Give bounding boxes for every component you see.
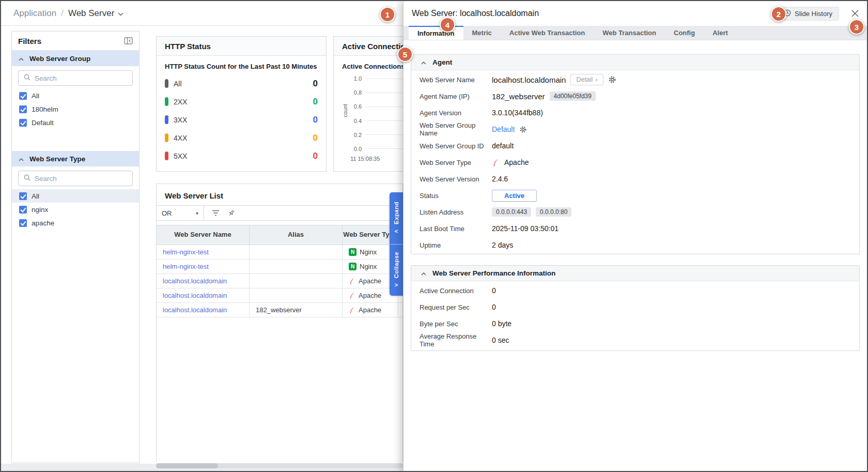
tab-config[interactable]: Config: [665, 26, 704, 40]
filter-search: [18, 171, 133, 186]
info-row-web-server-name: Web Server Name localhost.localdomain De…: [411, 71, 859, 88]
tab-active-web-transaction[interactable]: Active Web Transaction: [501, 26, 594, 40]
filter-option-apache[interactable]: apache: [12, 216, 139, 230]
filter-icon[interactable]: [212, 210, 220, 216]
y-tick: 0.6: [349, 103, 362, 110]
web-server-name-link[interactable]: helm-nginx-test: [157, 245, 250, 260]
apache-icon: [349, 307, 355, 313]
filter-option-label: 180helm: [32, 105, 58, 113]
checkbox-checked-icon[interactable]: [19, 105, 27, 113]
alias-cell: 182_webserver: [250, 303, 343, 317]
perf-value: 0 sec: [492, 336, 509, 344]
collapse-panel-icon[interactable]: [124, 37, 133, 44]
search-input[interactable]: [35, 175, 127, 182]
collapse-button[interactable]: Collapse >: [390, 245, 403, 296]
web-server-version-value: 2.4.6: [492, 175, 508, 183]
web-server-name-value: localhost.localdomain: [492, 75, 566, 84]
web-server-name-link[interactable]: localhost.localdomain: [157, 288, 250, 303]
chevron-right-icon: ›: [595, 76, 597, 83]
tab-information[interactable]: Information: [409, 26, 463, 40]
web-server-name-link[interactable]: helm-nginx-test: [157, 260, 250, 274]
info-row-listen-address: Listen Address 0.0.0.0:443 0.0.0.0:80: [411, 204, 859, 220]
filter-option-label: apache: [32, 219, 54, 227]
pin-icon[interactable]: [227, 209, 235, 217]
breadcrumb-application[interactable]: Application: [13, 8, 56, 19]
column-header-alias[interactable]: Alias: [250, 225, 343, 245]
apache-icon: [492, 159, 500, 166]
expand-button[interactable]: Expand <: [390, 192, 403, 245]
scrollbar-thumb[interactable]: [156, 463, 218, 468]
http-status-row-4xx: 4XX 0: [165, 129, 318, 147]
filter-option-180helm[interactable]: 180helm: [12, 102, 139, 116]
breadcrumb-separator: /: [61, 8, 64, 19]
annotation-badge-1: 1: [380, 7, 395, 22]
http-status-subtitle: HTTP Status Count for the Last Past 10 M…: [165, 63, 318, 70]
table-row: helm-nginx-test NNginx: [157, 260, 402, 274]
gear-icon[interactable]: [519, 126, 527, 133]
chevron-up-icon: [19, 55, 24, 63]
filter-option-label: All: [32, 92, 39, 100]
group-name-link[interactable]: Default: [492, 125, 515, 133]
web-server-list-toolbar: OR ▾: [157, 205, 402, 221]
filter-option-all[interactable]: All: [12, 89, 139, 102]
agent-id-chip: 4d00fe05fd39: [550, 92, 596, 101]
web-server-list-card: Web Server List OR ▾ Web Server Name Ali…: [156, 184, 403, 462]
filter-option-all[interactable]: All: [12, 189, 139, 203]
chevron-left-icon: <: [395, 228, 398, 234]
info-row-agent-name: Agent Name (IP) 182_webserver 4d00fe05fd…: [411, 88, 859, 104]
filter-group-web-server-type: Web Server Type All nginx apache: [12, 151, 139, 230]
agent-rows: Web Server Name localhost.localdomain De…: [411, 70, 859, 254]
agent-section-title: Agent: [432, 58, 452, 66]
app-window: Application / Web Server Filters Web Ser…: [0, 0, 868, 472]
search-icon: [24, 174, 30, 183]
close-icon[interactable]: [851, 10, 859, 17]
http-status-card: HTTP Status HTTP Status Count for the La…: [156, 36, 327, 172]
search-input[interactable]: [35, 74, 127, 82]
checkbox-checked-icon[interactable]: [19, 192, 27, 200]
tab-web-transaction[interactable]: Web Transaction: [594, 26, 665, 40]
status-pill-icon: [165, 79, 168, 88]
performance-section-header[interactable]: Web Server Performance Information: [411, 266, 859, 281]
breadcrumb-web-server[interactable]: Web Server: [68, 8, 123, 19]
agent-section-header[interactable]: Agent: [411, 55, 859, 70]
filter-group-header[interactable]: Web Server Type: [12, 151, 139, 166]
table-row: localhost.localdomain 182_webserver Apac…: [157, 303, 402, 317]
status-count: 0: [313, 115, 318, 125]
tab-metric[interactable]: Metric: [463, 26, 501, 40]
slide-history-button[interactable]: Slide History: [777, 7, 839, 21]
annotation-badge-2: 2: [771, 6, 786, 22]
column-header-name[interactable]: Web Server Name: [157, 225, 250, 245]
perf-row-average-response-time: Average Response Time 0 sec: [411, 332, 859, 348]
info-row-type: Web Server Type Apache: [411, 154, 859, 171]
filter-option-nginx[interactable]: nginx: [12, 203, 139, 216]
y-axis-label: count: [342, 104, 348, 117]
tab-alert[interactable]: Alert: [704, 26, 737, 40]
detail-button[interactable]: Detail›: [570, 74, 603, 85]
alias-cell: [250, 260, 343, 274]
nginx-icon: N: [349, 263, 357, 270]
chevron-up-icon: [421, 58, 426, 66]
filter-group-header[interactable]: Web Server Group: [12, 51, 139, 66]
checkbox-checked-icon[interactable]: [19, 92, 27, 100]
last-boot-time-value: 2025-11-09 03:50:01: [492, 224, 559, 233]
uptime-value: 2 days: [492, 241, 513, 249]
operator-select[interactable]: OR ▾: [157, 206, 204, 220]
filters-header: Filters: [12, 32, 139, 51]
status-active-button[interactable]: Active: [492, 190, 537, 202]
web-server-name-link[interactable]: localhost.localdomain: [157, 303, 250, 317]
checkbox-checked-icon[interactable]: [19, 119, 27, 127]
web-server-name-link[interactable]: localhost.localdomain: [157, 274, 250, 288]
checkbox-checked-icon[interactable]: [19, 219, 27, 227]
detail-panel-header: Web Server: localhost.localdomain Slide …: [404, 1, 868, 26]
checkbox-checked-icon[interactable]: [19, 206, 27, 214]
gear-icon[interactable]: [608, 75, 616, 84]
y-tick: 1.0: [349, 75, 362, 82]
http-status-row-2xx: 2XX 0: [165, 93, 318, 111]
filter-group-web-server-group: Web Server Group All 180helm Default: [12, 51, 139, 129]
table-body: helm-nginx-test NNginx helm-nginx-test N…: [157, 245, 402, 317]
horizontal-scrollbar[interactable]: [156, 463, 403, 468]
alias-cell: [250, 245, 343, 260]
filter-option-label: nginx: [32, 206, 48, 214]
filter-option-default[interactable]: Default: [12, 116, 139, 129]
table-row: localhost.localdomain Apache: [157, 288, 402, 303]
